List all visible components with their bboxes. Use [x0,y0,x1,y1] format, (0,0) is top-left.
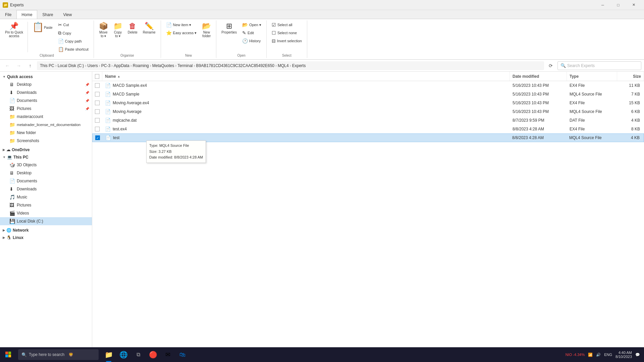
maximize-button[interactable]: □ [610,0,626,10]
row-checkbox[interactable]: ✓ [93,135,103,140]
edit-button[interactable]: ✎ Edit [240,29,264,37]
sidebar-item-pictures-qa[interactable]: 🖼 Pictures 📌 [0,105,92,113]
pin-icon: 📌 [9,22,18,30]
open-button[interactable]: 📂 Open ▾ [240,21,264,28]
sidebar-item-masteraccount[interactable]: 📁 masteraccount [0,113,92,121]
open-icon: 📂 [242,22,248,27]
table-row[interactable]: ✓ 📄 test 8/8/2023 4:28 AM MQL4 Source Fi… [92,133,644,142]
table-row[interactable]: 📄 MACD Sample 5/16/2023 10:43 PM MQL4 So… [92,90,644,99]
file-name-cell: 📄 mqlcache.dat [102,118,510,123]
network-section[interactable]: ▶ 🌐 Network [0,227,92,234]
breadcrumb[interactable]: This PC › Local Disk (C:) › Users › PC-3… [37,61,544,70]
linux-section[interactable]: ▶ 🐧 Linux [0,234,92,241]
paste-button[interactable]: 📋 Paste [30,21,55,34]
date-header[interactable]: Date modified [510,72,567,81]
select-all-checkbox[interactable] [95,74,99,79]
table-row[interactable]: 📄 Moving Average.ex4 5/16/2023 10:43 PM … [92,99,644,107]
table-row[interactable]: 📄 Moving Average 5/16/2023 10:43 PM MQL4… [92,107,644,116]
search-box[interactable]: 🔍 Search Experts [557,61,641,70]
notification-icon[interactable]: 💬 [635,353,640,357]
tab-view[interactable]: View [58,10,77,19]
back-button[interactable]: ← [3,61,12,70]
rename-icon: ✏️ [145,22,154,30]
size-header[interactable]: Size [617,72,644,81]
sidebar-item-documents-pc[interactable]: 📄 Documents [0,177,92,185]
table-row[interactable]: 📄 MACD Sample.ex4 5/16/2023 10:43 PM EX4… [92,81,644,90]
pin-to-quick-access-button[interactable]: 📌 Pin to Quickaccess [3,21,25,39]
file-date-cell: 5/16/2023 10:43 PM [510,83,567,88]
name-header[interactable]: Name ▲ [102,72,510,81]
new-item-button[interactable]: 📄 New item ▾ [164,21,199,28]
stock-ticker: NIO -4.34% [566,353,585,357]
bc-pc3: PC-3 [101,63,110,68]
row-checkbox[interactable] [92,101,102,105]
row-checkbox[interactable] [92,109,102,114]
forward-button[interactable]: → [14,61,23,70]
tab-share[interactable]: Share [37,10,58,19]
refresh-button[interactable]: ⟳ [546,61,555,70]
sidebar-item-3dobjects[interactable]: 🎲 3D Objects [0,161,92,169]
rename-button[interactable]: ✏️ Rename [141,21,158,36]
taskbar-app-files[interactable]: 📁 [101,347,116,362]
sidebar-item-pictures-pc[interactable]: 🖼 Pictures [0,201,92,209]
delete-button[interactable]: 🗑 Delete [125,21,140,36]
check-header[interactable] [92,72,102,81]
sidebar-item-localdisk[interactable]: 💾 Local Disk (C:) [0,217,92,225]
linux-label: Linux [13,235,23,240]
row-checkbox[interactable] [92,83,102,88]
quick-access-section[interactable]: ▼ Quick access [0,73,92,80]
tab-home[interactable]: Home [16,10,37,19]
sidebar-item-documents-qa[interactable]: 📄 Documents 📌 [0,97,92,105]
row-checkbox[interactable] [92,118,102,123]
close-button[interactable]: ✕ [626,0,641,10]
onedrive-section[interactable]: ▶ ☁ OneDrive [0,146,92,154]
taskbar-app-mail[interactable]: ✉ [160,347,175,362]
sidebar-item-metatrader-doc[interactable]: 📁 metatrader_license_mt_documentation [0,121,92,129]
invert-selection-button[interactable]: ⊟ Invert selection [269,37,304,45]
sidebar-item-desktop-qa[interactable]: 🖥 Desktop 📌 [0,80,92,88]
new-label: New [185,54,192,57]
type-header[interactable]: Type [567,72,617,81]
file-size-cell: 4 KB [617,118,644,123]
tooltip-date: Date modified: 8/8/2023 4:28 AM [149,155,203,161]
taskbar-search-box[interactable]: 🔍 Type here to search 🦁 [18,349,99,360]
new-group: 📄 New item ▾ ⭐ Easy access ▾ 📂 Newfolder… [161,20,217,58]
history-button[interactable]: 🕐 History [240,37,264,45]
sidebar-item-downloads-pc[interactable]: ⬇ Downloads [0,185,92,193]
copy-button[interactable]: ⧉ Copy [56,29,91,37]
new-folder-button[interactable]: 📂 Newfolder [200,21,213,39]
taskbar-app-taskview[interactable]: ⧉ [131,347,146,362]
sidebar-item-videos[interactable]: 🎬 Videos [0,209,92,217]
file-tooltip: Type: MQL4 Source File Size: 3.27 KB Dat… [146,140,206,163]
move-to-button[interactable]: 📦 Moveto ▾ [97,21,110,39]
thispc-section[interactable]: ▼ 💻 This PC [0,154,92,161]
select-items: ☑ Select all ☐ Select none ⊟ Invert sele… [269,21,304,53]
select-none-button[interactable]: ☐ Select none [269,29,304,37]
taskbar-app-store[interactable]: 🛍 [175,347,190,362]
row-checkbox[interactable] [92,92,102,97]
sidebar-item-music[interactable]: 🎵 Music [0,193,92,201]
tab-file[interactable]: File [0,10,16,19]
sidebar-item-desktop-pc[interactable]: 🖥 Desktop [0,169,92,177]
cut-button[interactable]: ✂ Cut [56,21,91,28]
table-row[interactable]: 📄 mqlcache.dat 8/7/2023 9:59 PM DAT File… [92,116,644,125]
properties-button[interactable]: ⊞ Properties [219,21,239,36]
sidebar-item-screenshots[interactable]: 📁 Screenshots [0,137,92,145]
new-folder-icon: 📂 [202,22,211,30]
sidebar-item-downloads-qa[interactable]: ⬇ Downloads 📌 [0,88,92,97]
select-all-button[interactable]: ☑ Select all [269,21,304,28]
paste-shortcut-button[interactable]: 📋 Paste shortcut [56,46,91,53]
easy-access-button[interactable]: ⭐ Easy access ▾ [164,29,199,37]
row-checkbox[interactable] [92,127,102,131]
table-row[interactable]: 📄 test.ex4 8/8/2023 4:28 AM EX4 File 8 K… [92,125,644,133]
copy-to-button[interactable]: 📁 Copyto ▾ [111,21,125,39]
qa-arrow: ▼ [3,75,6,78]
up-button[interactable]: ↑ [25,61,35,70]
sidebar-item-newfolder-qa[interactable]: 📁 New folder [0,129,92,137]
file-name-cell: 📄 Moving Average [102,109,510,114]
start-button[interactable] [0,347,17,362]
copy-path-button[interactable]: 📄 Copy path [56,38,91,45]
minimize-button[interactable]: ─ [595,0,610,10]
taskbar-app-edge[interactable]: 🌐 [116,347,131,362]
taskbar-app-chrome[interactable]: 🔴 [146,347,160,362]
